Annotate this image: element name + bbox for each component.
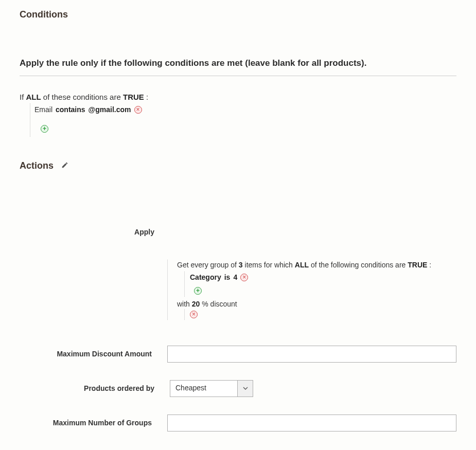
apply-rules-row: Get every group of 3 items for which ALL… [20, 260, 456, 320]
condition-operator[interactable]: contains [56, 105, 85, 114]
conditions-root: If ALL of these conditions are TRUE : Em… [20, 91, 456, 137]
group-rule-val[interactable]: 4 [233, 273, 237, 281]
group-rule-op[interactable]: is [224, 273, 231, 281]
remove-discount-icon[interactable] [190, 311, 198, 318]
max-discount-label: Maximum Discount Amount [20, 350, 167, 358]
conditions-combine-line: If ALL of these conditions are TRUE : [20, 91, 456, 103]
conditions-aggregator[interactable]: ALL [26, 93, 41, 101]
ordered-by-value: Cheapest [170, 381, 237, 397]
remove-condition-icon[interactable] [134, 106, 142, 114]
discount-line: with 20 % discount [177, 300, 456, 308]
apply-row: Apply [20, 228, 456, 236]
group-children: Category is 4 [184, 272, 456, 297]
apply-label: Apply [20, 228, 170, 236]
add-group-rule-icon[interactable] [194, 287, 202, 295]
add-condition-icon[interactable] [41, 125, 48, 133]
ordered-by-row: Products ordered by Cheapest [20, 380, 456, 397]
group-aggregator[interactable]: ALL [295, 261, 309, 269]
group-combine-line: Get every group of 3 items for which ALL… [177, 260, 456, 271]
condition-attribute[interactable]: Email [34, 105, 52, 114]
chevron-down-icon [237, 381, 253, 397]
conditions-section-title: Conditions [20, 9, 456, 20]
actions-section-title: Actions [20, 160, 456, 172]
max-discount-input[interactable] [167, 346, 456, 363]
conditions-description: Apply the rule only if the following con… [20, 58, 456, 76]
apply-rules-box: Get every group of 3 items for which ALL… [167, 260, 456, 320]
max-groups-label: Maximum Number of Groups [20, 419, 167, 427]
conditions-children: Email contains @gmail.com [30, 103, 456, 137]
group-value[interactable]: TRUE [408, 261, 427, 269]
group-rule-row: Category is 4 [190, 272, 456, 283]
condition-rule-row: Email contains @gmail.com [34, 103, 456, 116]
remove-group-rule-icon[interactable] [240, 274, 248, 281]
condition-value[interactable]: @gmail.com [89, 105, 131, 114]
ordered-by-select[interactable]: Cheapest [170, 380, 253, 397]
max-groups-row: Maximum Number of Groups [20, 415, 456, 431]
max-groups-input[interactable] [167, 415, 456, 431]
max-discount-row: Maximum Discount Amount [20, 346, 456, 363]
group-rule-attr[interactable]: Category [190, 273, 221, 281]
pencil-icon[interactable] [61, 160, 68, 171]
ordered-by-label: Products ordered by [20, 384, 170, 392]
discount-amount[interactable]: 20 [192, 300, 200, 308]
conditions-value[interactable]: TRUE [123, 93, 144, 101]
group-size[interactable]: 3 [239, 261, 243, 269]
